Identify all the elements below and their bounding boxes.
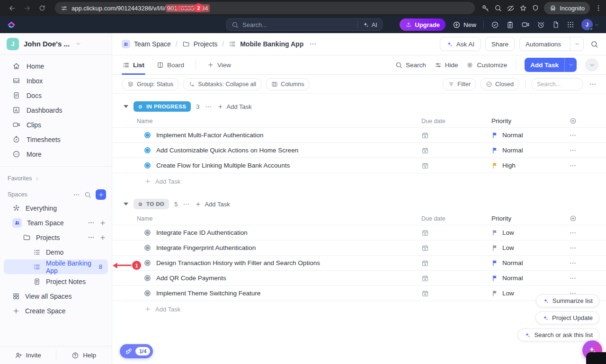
add-space-button[interactable] (96, 189, 106, 200)
group-add-task-button[interactable]: Add Task (217, 103, 252, 110)
task-name[interactable]: Add QR Code Payments (156, 275, 226, 282)
sidebar-item-dashboards[interactable]: Dashboards (0, 103, 112, 117)
new-button[interactable]: New (453, 21, 476, 29)
status-badge[interactable]: IN PROGRESS (134, 101, 191, 112)
search-or-ask-button[interactable]: Search or ask this list (517, 328, 599, 341)
list-search-input[interactable]: Search... (531, 78, 583, 90)
sidebar-item-create-space[interactable]: Create Space (0, 303, 112, 318)
priority-flag-icon[interactable] (491, 147, 499, 154)
collapse-triangle-icon[interactable] (124, 203, 128, 205)
group-by-pill[interactable]: Group: Status (122, 78, 179, 90)
help-button[interactable]: Help (56, 346, 112, 364)
project-update-button[interactable]: Project Update (535, 311, 599, 324)
calendar-plus-icon[interactable] (421, 132, 429, 139)
sidebar-item-home[interactable]: Home (0, 59, 112, 73)
sidebar-item-projects-folder[interactable]: Projects (0, 230, 112, 245)
task-name[interactable]: Implement Theme Switching Feature (156, 290, 260, 297)
summarize-list-button[interactable]: Summarize list (536, 294, 599, 307)
add-task-chevron[interactable] (564, 58, 577, 72)
spaces-ellipsis-icon[interactable] (73, 191, 80, 198)
sidebar-item-project-notes[interactable]: Project Notes (0, 274, 112, 289)
address-bar[interactable]: app.clickup.com/9012443286/v/l/li/901205… (55, 2, 475, 14)
sidebar-item-view-all-spaces[interactable]: View all Spaces (0, 289, 112, 303)
notepad-icon[interactable] (506, 21, 514, 29)
add-column-icon[interactable] (570, 117, 577, 124)
task-name[interactable]: Design Transaction History with Filter a… (156, 259, 320, 266)
browser-forward-button[interactable] (21, 2, 33, 14)
filter-pill[interactable]: Filter (442, 78, 476, 90)
task-row[interactable]: Add QR Code Payments Normal (112, 271, 606, 286)
task-name[interactable]: Implement Multi-Factor Authentication (156, 132, 264, 139)
invite-button[interactable]: Invite (0, 346, 56, 364)
task-row[interactable]: Create Flow for Linking Multiple Bank Ac… (112, 158, 606, 173)
add-column-icon[interactable] (570, 215, 577, 222)
status-badge[interactable]: TO DO (134, 199, 169, 209)
priority-flag-icon[interactable] (491, 132, 499, 139)
checkmark-circle-icon[interactable] (491, 21, 499, 29)
global-search-input[interactable]: Search... AI (226, 18, 383, 31)
clips-camera-icon[interactable] (521, 20, 530, 29)
row-ellipsis-icon[interactable] (569, 229, 577, 237)
customize-button[interactable]: Customize (466, 62, 507, 69)
task-name[interactable]: Integrate Face ID Authentication (156, 229, 248, 236)
row-ellipsis-icon[interactable] (569, 147, 577, 154)
browser-menu-kebab-icon[interactable] (595, 4, 602, 12)
priority-flag-icon[interactable] (491, 162, 499, 169)
group-ellipsis-icon[interactable] (183, 201, 190, 208)
sidebar-item-timesheets[interactable]: Timesheets (0, 132, 112, 147)
status-ring-icon[interactable] (144, 147, 151, 153)
priority-flag-icon[interactable] (491, 290, 499, 297)
task-name[interactable]: Create Flow for Linking Multiple Bank Ac… (156, 162, 290, 169)
calendar-plus-icon[interactable] (421, 290, 429, 297)
favorites-header[interactable]: Favorites (0, 172, 112, 185)
automations-chevron[interactable] (570, 37, 583, 51)
calendar-plus-icon[interactable] (421, 244, 429, 252)
closed-pill[interactable]: Closed (480, 78, 519, 90)
sidebar-item-team-space[interactable]: Team Space (0, 215, 112, 230)
breadcrumb-projects[interactable]: Projects (194, 40, 218, 48)
add-task-button[interactable]: Add Task (525, 58, 577, 72)
projects-add-icon[interactable] (99, 234, 106, 241)
sidebar-item-inbox[interactable]: Inbox (0, 73, 112, 88)
row-ellipsis-icon[interactable] (569, 259, 577, 267)
sidebar-item-mobile-banking-app[interactable]: Mobile Banking App 8 (4, 259, 108, 274)
subtasks-pill[interactable]: Subtasks: Collapse all (183, 78, 262, 90)
status-ring-icon[interactable] (144, 132, 151, 138)
zoom-icon[interactable] (494, 4, 502, 12)
sidebar-item-everything[interactable]: Everything (0, 201, 112, 215)
filter-ellipsis-icon[interactable] (587, 80, 598, 88)
avatar-chevron-down-icon[interactable] (594, 22, 599, 27)
status-ring-icon[interactable] (144, 162, 151, 169)
add-task-row[interactable]: Add Task (112, 173, 606, 189)
task-row[interactable]: Implement Multi-Factor Authentication No… (112, 128, 606, 143)
row-ellipsis-icon[interactable] (569, 275, 577, 282)
ask-ai-button[interactable]: Ask AI (440, 37, 481, 51)
collapse-header-chevron[interactable] (585, 58, 598, 71)
browser-back-button[interactable] (6, 2, 18, 14)
calendar-plus-icon[interactable] (421, 147, 429, 154)
task-row[interactable]: Integrate Fingerprint Authentication Low (112, 240, 606, 256)
password-key-icon[interactable] (481, 4, 490, 12)
columns-pill[interactable]: Columns (266, 78, 310, 90)
share-button[interactable]: Share (485, 37, 515, 51)
clickup-logo-icon[interactable] (7, 20, 16, 29)
row-ellipsis-icon[interactable] (569, 162, 577, 169)
breadcrumb-ellipsis-icon[interactable] (309, 40, 317, 48)
calendar-plus-icon[interactable] (421, 259, 429, 267)
priority-flag-icon[interactable] (491, 244, 499, 251)
status-ring-icon[interactable] (144, 275, 151, 281)
task-row[interactable]: Design Transaction History with Filter a… (112, 256, 606, 271)
reminders-alarm-icon[interactable] (537, 21, 545, 29)
team-space-ellipsis-icon[interactable] (88, 219, 95, 226)
docs-file-icon[interactable] (552, 21, 560, 28)
onboarding-progress-button[interactable]: 1/4 (120, 344, 153, 358)
hide-button[interactable]: Hide (435, 62, 458, 69)
group-add-task-button[interactable]: Add Task (195, 201, 230, 208)
site-settings-icon[interactable] (61, 5, 68, 12)
browser-reload-button[interactable] (36, 2, 48, 14)
task-name[interactable]: Integrate Fingerprint Authentication (156, 244, 256, 251)
status-ring-icon[interactable] (144, 290, 151, 296)
spaces-header[interactable]: Spaces (0, 188, 112, 201)
user-avatar[interactable]: J (581, 19, 593, 30)
task-row[interactable]: Add Customizable Quick Actions on Home S… (112, 143, 606, 158)
